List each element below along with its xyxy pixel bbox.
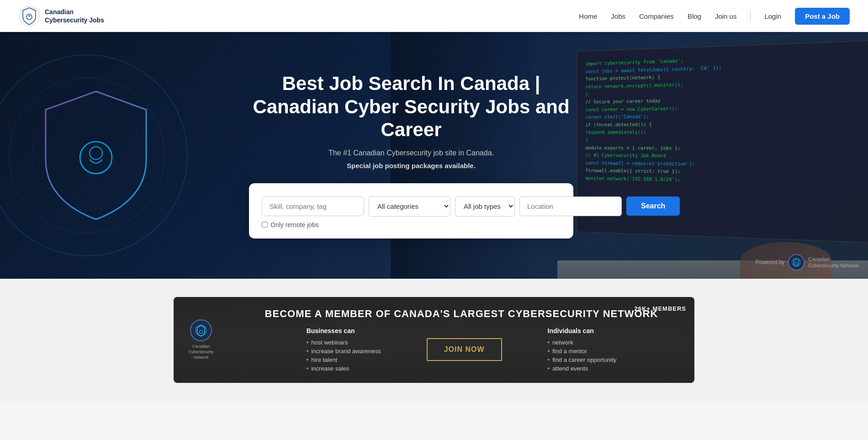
nav-links: Home Jobs Companies Blog Join us Login P…: [579, 8, 850, 25]
brand-shield-icon: [18, 5, 40, 27]
banner-section: Canadian Cybersecurity Network 26K+ MEMB…: [0, 279, 868, 401]
banner-logo-icon: [190, 319, 212, 341]
nav-home[interactable]: Home: [579, 12, 597, 20]
nav-jobs[interactable]: Jobs: [611, 12, 625, 20]
banner-logo-area: Canadian Cybersecurity Network: [174, 297, 228, 383]
search-keyword-input[interactable]: [262, 196, 364, 216]
brand-logo-link[interactable]: Canadian Cybersecurity Jobs: [18, 5, 104, 27]
search-box: All categoriesPenetration TestingSecurit…: [249, 183, 573, 239]
banner-cta-area: JOIN NOW: [408, 327, 520, 372]
search-row-main: All categoriesPenetration TestingSecurit…: [262, 196, 561, 217]
powered-by-text: Powered by: [756, 259, 784, 265]
post-job-button[interactable]: Post a Job: [795, 8, 850, 25]
individuals-column: Individuals can network find a mentor fi…: [548, 327, 617, 372]
hero-subtext: Special job posting packages available.: [249, 162, 573, 170]
business-item-1: host webinars: [307, 339, 381, 346]
remote-jobs-row: Only remote jobs: [262, 221, 561, 228]
banner-main-content: 26K+ MEMBERS BECOME A MEMBER OF CANADA'S…: [228, 297, 694, 383]
svg-point-10: [196, 325, 206, 336]
brand-name: Canadian Cybersecurity Jobs: [45, 8, 104, 24]
nav-divider: [750, 11, 751, 21]
search-button[interactable]: Search: [626, 196, 680, 216]
nav-join-us[interactable]: Join us: [715, 12, 737, 20]
powered-brand-text: Canadian Cybersecurity Network: [808, 256, 859, 269]
members-badge: 26K+ MEMBERS: [635, 305, 687, 312]
individual-item-3: find a career opportunity: [548, 356, 617, 363]
hero-content: Best Job Search In Canada | Canadian Cyb…: [240, 72, 582, 238]
join-now-button[interactable]: JOIN NOW: [427, 338, 502, 361]
svg-point-7: [90, 147, 102, 159]
svg-point-8: [792, 258, 800, 266]
remote-jobs-label[interactable]: Only remote jobs: [270, 221, 319, 228]
nav-companies[interactable]: Companies: [639, 12, 674, 20]
powered-logo-icon: [788, 254, 804, 270]
individual-item-4: attend events: [548, 365, 617, 372]
businesses-title: Businesses can: [307, 327, 381, 334]
navbar: Canadian Cybersecurity Jobs Home Jobs Co…: [0, 0, 868, 32]
hero-shield-icon: [37, 87, 155, 224]
individual-item-2: find a mentor: [548, 348, 617, 355]
businesses-column: Businesses can host webinars increase br…: [307, 327, 381, 372]
category-select[interactable]: All categoriesPenetration TestingSecurit…: [369, 196, 450, 217]
business-item-2: increase brand awareness: [307, 348, 381, 355]
code-content: import cybersecurity from 'canada';const…: [577, 41, 868, 197]
svg-point-2: [28, 15, 30, 17]
banner-title: BECOME A MEMBER OF CANADA'S LARGEST CYBE…: [238, 308, 685, 320]
nav-blog[interactable]: Blog: [688, 12, 701, 20]
hero-subtitle: The #1 Canadian Cybersecurity job site i…: [249, 149, 573, 157]
job-type-select[interactable]: All job typesFull-timePart-timeContractF…: [455, 196, 515, 217]
remote-jobs-checkbox[interactable]: [262, 222, 268, 228]
nav-login[interactable]: Login: [764, 12, 781, 20]
hero-section: import cybersecurity from 'canada';const…: [0, 32, 868, 279]
individual-item-1: network: [548, 339, 617, 346]
location-input[interactable]: [519, 196, 622, 216]
business-item-3: hire talent: [307, 356, 381, 363]
powered-by-section: Powered by Canadian Cybersecurity Networ…: [756, 254, 859, 270]
hero-title: Best Job Search In Canada | Canadian Cyb…: [249, 72, 573, 141]
business-item-4: increase sales: [307, 365, 381, 372]
svg-point-9: [795, 262, 798, 265]
membership-banner: Canadian Cybersecurity Network 26K+ MEMB…: [174, 297, 694, 383]
individuals-title: Individuals can: [548, 327, 617, 334]
banner-columns: Businesses can host webinars increase br…: [238, 327, 685, 372]
svg-point-11: [200, 330, 203, 334]
banner-logo-text: Canadian Cybersecurity Network: [188, 344, 213, 360]
